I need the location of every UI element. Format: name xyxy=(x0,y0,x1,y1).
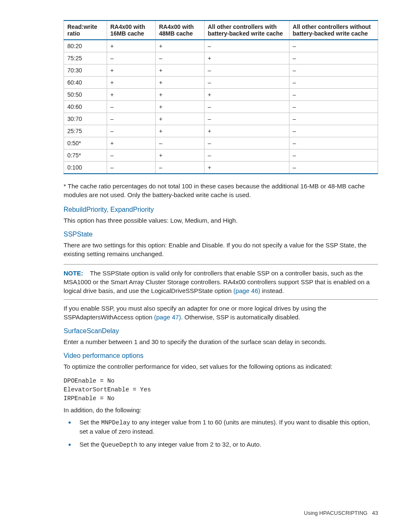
table-cell: 25:75 xyxy=(64,125,107,137)
table-cell: + xyxy=(156,64,204,77)
cache-ratio-table: Read:write ratio RA4x00 with 16MB cache … xyxy=(64,20,378,174)
table-cell: – xyxy=(156,162,204,174)
table-cell: 0:100 xyxy=(64,162,107,174)
table-cell: – xyxy=(289,64,378,77)
inline-code: QueueDepth xyxy=(101,442,138,448)
bullet-post: to any integer value from 2 to 32, or to… xyxy=(138,441,261,448)
table-cell: 0:75* xyxy=(64,149,107,162)
table-cell: – xyxy=(107,125,155,137)
note-label: NOTE: xyxy=(64,270,83,277)
video-code-block: DPOEnable = No ElevatorSortEnable = Yes … xyxy=(64,377,378,403)
table-cell: – xyxy=(107,101,155,113)
list-item: Set the QueueDepth to any integer value … xyxy=(75,440,378,449)
table-header: All other controllers without battery-ba… xyxy=(289,21,378,40)
video-bullet-list: Set the MNPDelay to any integer value fr… xyxy=(64,418,378,450)
table-row: 0:50*+––– xyxy=(64,137,378,149)
table-cell: + xyxy=(204,125,289,137)
page-container: Read:write ratio RA4x00 with 16MB cache … xyxy=(0,0,399,532)
table-cell: + xyxy=(204,52,289,64)
table-row: 30:70–+–– xyxy=(64,113,378,125)
heading-sspstate: SSPState xyxy=(64,231,378,238)
table-cell: 40:60 xyxy=(64,101,107,113)
table-cell: – xyxy=(289,149,378,162)
body-sspstate-2-post: . Otherwise, SSP is automatically disabl… xyxy=(181,314,300,321)
table-cell: – xyxy=(289,89,378,101)
note-body-post: instead. xyxy=(260,287,284,294)
table-cell: + xyxy=(156,125,204,137)
table-header: RA4x00 with 16MB cache xyxy=(107,21,155,40)
table-cell: – xyxy=(289,101,378,113)
body-rebuild-priority: This option has three possible values: L… xyxy=(64,216,378,225)
table-cell: + xyxy=(204,162,289,174)
table-row: 0:100––+– xyxy=(64,162,378,174)
table-cell: + xyxy=(156,89,204,101)
table-cell: – xyxy=(107,52,155,64)
table-cell: 30:70 xyxy=(64,113,107,125)
table-header: All other controllers with battery-backe… xyxy=(204,21,289,40)
table-cell: – xyxy=(204,40,289,52)
bullet-pre: Set the xyxy=(79,441,101,448)
table-cell: + xyxy=(204,89,289,101)
table-cell: – xyxy=(289,125,378,137)
table-row: 40:60–+–– xyxy=(64,101,378,113)
table-cell: – xyxy=(156,52,204,64)
inline-code: MNPDelay xyxy=(101,419,130,426)
table-cell: – xyxy=(289,162,378,174)
table-row: 50:50+++– xyxy=(64,89,378,101)
table-cell: – xyxy=(107,113,155,125)
table-cell: – xyxy=(289,137,378,149)
note-block: NOTE: The SSPState option is valid only … xyxy=(64,269,378,295)
table-row: 60:40++–– xyxy=(64,77,378,89)
link-page-47[interactable]: (page 47) xyxy=(154,314,181,321)
table-row: 80:20++–– xyxy=(64,40,378,52)
table-cell: – xyxy=(204,101,289,113)
body-sspstate-2: If you enable SSP, you must also specify… xyxy=(64,304,378,321)
table-cell: – xyxy=(204,137,289,149)
table-cell: – xyxy=(289,52,378,64)
heading-surface-scan: SurfaceScanDelay xyxy=(64,327,378,335)
table-header: RA4x00 with 48MB cache xyxy=(156,21,204,40)
footer-page-number: 43 xyxy=(372,510,378,516)
video-addition: In addition, do the following: xyxy=(64,406,378,414)
table-cell: – xyxy=(289,40,378,52)
table-cell: – xyxy=(204,113,289,125)
video-perf-intro: To optimize the controller performance f… xyxy=(64,362,378,371)
body-surface-scan: Enter a number between 1 and 30 to speci… xyxy=(64,337,378,346)
table-header: Read:write ratio xyxy=(64,21,107,40)
table-cell: 0:50* xyxy=(64,137,107,149)
table-row: 25:75–++– xyxy=(64,125,378,137)
link-page-46[interactable]: (page 46) xyxy=(233,287,260,294)
table-cell: – xyxy=(156,137,204,149)
table-cell: + xyxy=(156,149,204,162)
table-cell: + xyxy=(156,113,204,125)
footer-label: Using HPACUSCRIPTING xyxy=(304,510,368,516)
table-row: 75:25––+– xyxy=(64,52,378,64)
table-cell: – xyxy=(204,77,289,89)
heading-video-perf: Video performance options xyxy=(64,352,378,360)
table-cell: – xyxy=(204,149,289,162)
table-cell: + xyxy=(107,89,155,101)
table-footnote: * The cache ratio percentages do not tot… xyxy=(64,182,378,199)
table-cell: – xyxy=(107,162,155,174)
table-cell: – xyxy=(107,149,155,162)
table-cell: – xyxy=(289,113,378,125)
table-cell: 80:20 xyxy=(64,40,107,52)
table-cell: + xyxy=(156,40,204,52)
body-sspstate-1: There are two settings for this option: … xyxy=(64,241,378,258)
table-cell: + xyxy=(107,137,155,149)
note-rule-bottom xyxy=(64,299,378,300)
page-footer: Using HPACUSCRIPTING 43 xyxy=(304,510,379,516)
table-cell: + xyxy=(107,40,155,52)
table-row: 0:75*–+–– xyxy=(64,149,378,162)
note-body-pre: The SSPState option is valid only for co… xyxy=(64,270,370,294)
table-cell: + xyxy=(156,77,204,89)
table-cell: – xyxy=(204,64,289,77)
table-cell: 70:30 xyxy=(64,64,107,77)
table-cell: + xyxy=(107,64,155,77)
table-cell: + xyxy=(156,101,204,113)
table-cell: 60:40 xyxy=(64,77,107,89)
table-cell: + xyxy=(107,77,155,89)
heading-rebuild-priority: RebuildPriority, ExpandPriority xyxy=(64,206,378,213)
list-item: Set the MNPDelay to any integer value fr… xyxy=(75,418,378,436)
note-rule-top xyxy=(64,264,378,265)
